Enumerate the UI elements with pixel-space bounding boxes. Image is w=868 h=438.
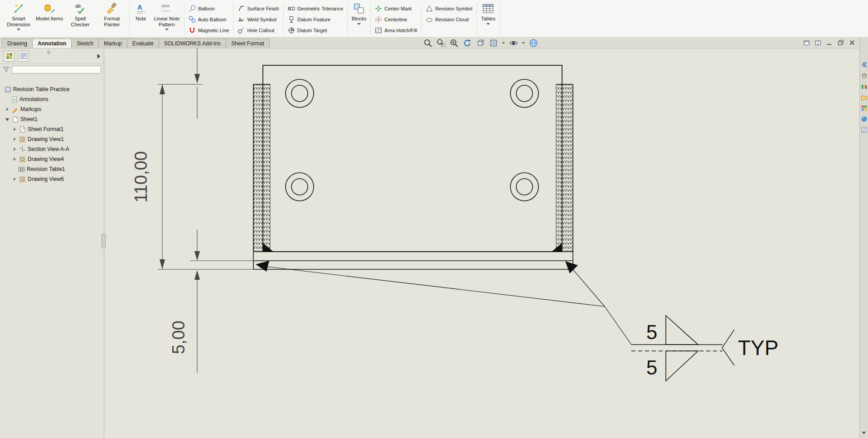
tab-sketch[interactable]: Sketch [71, 39, 99, 48]
tree-item-label: Revision Table Practice [13, 86, 70, 92]
tab-annotation[interactable]: Annotation [32, 39, 72, 48]
resources-home-icon[interactable] [861, 72, 868, 79]
weld-size-top-text[interactable]: 5 [646, 321, 657, 343]
restore-icon[interactable] [837, 39, 845, 47]
zoom-to-fit-icon[interactable] [423, 39, 432, 48]
weld-size-bottom-text[interactable]: 5 [646, 356, 657, 379]
dimension-5[interactable]: 5,00 [169, 229, 253, 373]
tables-button[interactable]: Tables [478, 1, 498, 37]
dropdown-caret-icon[interactable] [486, 23, 490, 25]
dimension-110[interactable]: 110,00 [131, 84, 255, 269]
tree-filter-input[interactable] [12, 66, 101, 73]
expander-icon[interactable] [13, 157, 17, 161]
magnetic-line-button[interactable]: Magnetic Line [186, 25, 232, 36]
geometric-tolerance-button[interactable]: Geometric Tolerance [285, 3, 346, 14]
note-button[interactable]: A Note [131, 1, 151, 37]
featuremanager-tree-tab[interactable] [4, 51, 15, 62]
hole-circles[interactable] [286, 79, 538, 201]
tree-item-revision-table1[interactable]: Revision Table1 [0, 164, 104, 174]
weld-leader[interactable] [256, 261, 631, 345]
spell-checker-button[interactable]: ab Spell Checker [64, 1, 96, 37]
dim-arrowhead [160, 259, 165, 269]
task-pane-chevron-down-icon[interactable] [862, 432, 866, 434]
panel-splitter-handle[interactable] [102, 234, 106, 248]
blocks-button[interactable]: Blocks [349, 1, 369, 37]
smart-dimension-button[interactable]: Smart Dimension [3, 1, 34, 37]
display-style-icon[interactable] [489, 39, 498, 48]
design-library-icon[interactable] [861, 83, 868, 90]
auto-balloon-button[interactable]: Auto Balloon [186, 14, 232, 25]
tab-solidworks-add-ins[interactable]: SOLIDWORKS Add-Ins [159, 39, 226, 48]
model-items-button[interactable]: Model Items [34, 1, 64, 37]
weld-symbol-icon [238, 16, 245, 23]
weld-bead-right[interactable] [556, 84, 573, 252]
ribbon-toolbar: Smart Dimension Model Items ab Spell Che… [0, 0, 868, 38]
hole-callout-button[interactable]: Hole Callout [235, 25, 281, 36]
weld-bead-left[interactable] [253, 84, 270, 252]
revision-symbol-button[interactable]: Revision Symbol [423, 3, 475, 14]
collapse-arrows-icon[interactable] [861, 61, 868, 68]
tree-item-drawing-view4[interactable]: Drawing View4 [0, 154, 104, 164]
tree-item-revision-table-practice[interactable]: Revision Table Practice [0, 84, 104, 94]
expander-icon[interactable] [5, 107, 10, 112]
tree-item-markups[interactable]: Markups [0, 104, 104, 114]
expander-icon[interactable] [13, 147, 17, 151]
tree-item-sheet-format1[interactable]: Sheet Format1 [0, 124, 104, 134]
weld-tail-text[interactable]: TYP [738, 336, 778, 360]
minimize-icon[interactable] [825, 39, 834, 47]
view-palette-icon[interactable] [861, 105, 868, 112]
datum-target-button[interactable]: Datum Target [285, 25, 346, 36]
3d-drawing-view-icon[interactable] [476, 39, 485, 48]
surface-finish-button[interactable]: Surface Finish [235, 3, 281, 14]
tab-markup[interactable]: Markup [98, 39, 127, 48]
expander-icon[interactable] [5, 117, 10, 122]
dropdown-caret-icon[interactable] [522, 42, 525, 44]
tab-drawing[interactable]: Drawing [2, 39, 33, 48]
balloon-button[interactable]: Balloon [186, 3, 232, 14]
tree-item-drawing-view1[interactable]: Drawing View1 [0, 134, 104, 144]
appearances-icon[interactable] [861, 116, 868, 122]
ribbon-button-label: Spell Checker [66, 16, 95, 27]
format-painter-button[interactable]: Format Painter [96, 1, 128, 37]
expander-icon[interactable] [13, 137, 17, 141]
tree-filter-row [0, 64, 104, 75]
dropdown-caret-icon[interactable] [357, 23, 361, 25]
dim-height-text[interactable]: 110,00 [131, 151, 150, 202]
close-icon[interactable] [848, 39, 856, 47]
tree-item-sheet1[interactable]: Sheet1 [0, 114, 104, 124]
hide-show-items-icon[interactable] [509, 39, 518, 48]
revision-cloud-button[interactable]: Revision Cloud [423, 14, 475, 25]
expander-icon[interactable] [13, 127, 17, 131]
zoom-in-out-icon[interactable] [450, 39, 459, 48]
panel-expand-chevron-icon[interactable] [97, 54, 100, 58]
zoom-to-area-icon[interactable] [436, 39, 446, 48]
weld-symbol-button[interactable]: Weld Symbol [235, 14, 281, 25]
datum-feature-button[interactable]: Datum Feature [285, 14, 346, 25]
next-window-icon[interactable] [814, 39, 822, 47]
dropdown-caret-icon[interactable] [502, 42, 505, 44]
graphics-area[interactable]: 5 5 TYP 110,00 5,00 [104, 49, 859, 438]
tab-sheet-format[interactable]: Sheet Format [226, 39, 270, 48]
rotate-view-icon[interactable] [463, 39, 472, 48]
tree-item-annotations[interactable]: A Annotations [0, 94, 104, 104]
expander-icon[interactable] [13, 177, 17, 181]
view-settings-icon[interactable] [529, 39, 538, 48]
dim-thickness-text[interactable]: 5,00 [169, 321, 188, 354]
display-pane-tab[interactable] [18, 51, 29, 62]
center-mark-button[interactable]: Center Mark [372, 3, 420, 14]
tab-evaluate[interactable]: Evaluate [127, 39, 159, 48]
custom-properties-icon[interactable] [861, 127, 868, 133]
dropdown-caret-icon[interactable] [165, 29, 169, 30]
file-explorer-icon[interactable] [861, 94, 868, 101]
tree-item-drawing-view6[interactable]: Drawing View6 [0, 174, 104, 184]
weld-symbol[interactable]: 5 5 TYP [631, 316, 778, 381]
ribbon-button-label: Hole Callout [247, 28, 274, 33]
previous-window-icon[interactable] [803, 39, 811, 47]
panel-scrollbar-dot[interactable] [47, 51, 50, 54]
dropdown-caret-icon[interactable] [17, 29, 20, 30]
centerline-button[interactable]: Centerline [372, 14, 420, 25]
datum-target-icon [288, 27, 295, 34]
linear-note-pattern-button[interactable]: AAAAAA Linear Note Pattern [151, 1, 183, 37]
area-hatch-button[interactable]: Area Hatch/Fill [372, 25, 420, 36]
tree-item-section-view-a-a[interactable]: Section View A-A [0, 144, 104, 154]
